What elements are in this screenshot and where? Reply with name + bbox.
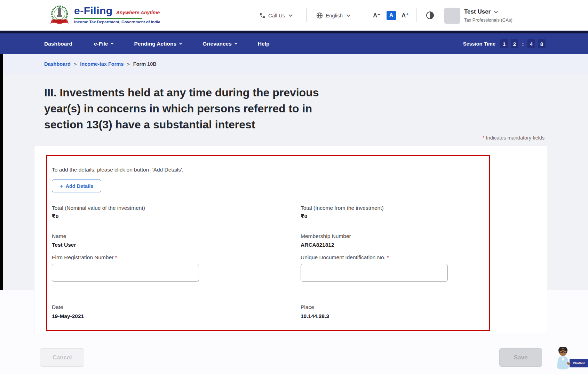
header-divider [364,8,364,22]
nav-item-efile[interactable]: e-File [94,41,112,47]
call-us-menu[interactable]: Call Us [259,0,292,31]
font-size-increase-button[interactable]: A⁺ [402,0,409,31]
add-details-label: Add Details [65,183,93,189]
name-label: Name [52,233,66,239]
brand-tagline: Anywhere Anytime [116,10,160,15]
main-navbar: Dashboard e-File Pending Actions Grievan… [0,33,588,54]
plus-icon: + [60,183,63,189]
font-size-normal-button[interactable]: A [387,0,396,31]
user-avatar[interactable] [444,8,460,24]
language-menu[interactable]: English [316,0,349,31]
save-button[interactable]: Save [499,348,542,367]
user-name: Test User [464,8,491,15]
language-label: English [326,13,343,18]
date-value: 19-May-2021 [52,313,84,319]
chevron-down-icon [347,13,350,17]
place-value: 10.144.28.3 [301,313,329,319]
session-timer: Session Time 1 2 : 4 8 [463,33,546,54]
header-divider [416,8,416,22]
nav-item-dashboard[interactable]: Dashboard [44,41,72,47]
chevron-down-icon [235,42,237,45]
membership-number-label: Membership Number [301,233,351,239]
chatbot-label: Chatbot [570,359,588,367]
user-menu[interactable]: Test User Tax Professionals (CAs) [464,8,512,23]
phone-icon [259,12,266,19]
chatbot-widget[interactable]: Chatbot [554,347,588,369]
total-nominal-label: Total (Nominal value of the investment) [52,205,145,211]
cancel-button[interactable]: Cancel [40,348,84,367]
total-income-value: ₹0 [301,213,307,220]
firm-registration-input[interactable] [52,264,199,282]
breadcrumb-income-tax-forms[interactable]: Income-tax Forms [80,61,124,67]
chevron-down-icon [494,9,498,13]
font-normal-label: A [387,11,396,20]
brand-block: e-Filing Anywhere Anytime Income Tax Dep… [74,5,160,24]
name-value: Test User [52,242,76,248]
udin-label: Unique Document Identification No.* [301,254,389,261]
font-decrease-label: A⁻ [373,12,380,19]
nav-item-grievances[interactable]: Grievances [202,41,236,47]
globe-icon [316,12,323,19]
nav-item-pending-actions[interactable]: Pending Actions [134,41,181,47]
breadcrumb: Dashboard > Income-tax Forms > Form 10B [44,61,157,67]
add-details-button[interactable]: + Add Details [52,180,101,192]
session-digit: 4 [527,39,535,48]
breadcrumb-separator: > [74,62,77,67]
place-label: Place [301,304,314,310]
brand-name: e-Filing [74,5,113,17]
required-asterisk: * [387,254,389,260]
nav-item-help[interactable]: Help [258,41,270,47]
session-digit: 2 [511,39,518,48]
efiling-portal-page: e-Filing Anywhere Anytime Income Tax Dep… [0,0,588,374]
mandatory-fields-note: * Indicates mandatory fields [483,135,545,141]
session-timer-label: Session Time [463,41,495,47]
chevron-down-icon [111,42,113,45]
membership-number-value: ARCA821812 [301,242,334,248]
total-nominal-value: ₹0 [52,213,58,220]
card-divider [52,294,538,294]
form-card [34,146,547,333]
date-label: Date [52,304,63,310]
add-details-instruction: To add the details, please click on butt… [52,167,183,173]
brand-subtitle: Income Tax Department, Government of Ind… [74,20,160,24]
contrast-toggle-icon[interactable] [426,11,434,19]
user-role: Tax Professionals (CAs) [464,17,512,23]
header-divider [306,8,307,22]
font-size-decrease-button[interactable]: A⁻ [373,0,380,31]
header-nav-separator [0,31,588,33]
brand-green-rule [74,18,142,19]
breadcrumb-separator: > [127,62,130,67]
top-header: e-Filing Anywhere Anytime Income Tax Dep… [0,0,588,31]
font-increase-label: A⁺ [402,12,409,19]
total-income-label: Total (Income from the investment) [301,205,384,211]
chevron-down-icon [179,42,182,45]
left-edge-artifact [0,54,3,290]
session-digit: 1 [500,39,508,48]
required-asterisk: * [115,254,117,260]
breadcrumb-form-10b: Form 10B [133,61,157,67]
firm-registration-label: Firm Registration Number* [52,254,117,261]
session-colon: : [521,39,525,48]
mandatory-asterisk: * [483,135,485,141]
chatbot-assistant-icon [554,347,572,369]
income-tax-dept-emblem-logo [48,4,71,27]
page-title: III. Investments held at any time during… [44,85,350,133]
breadcrumb-dashboard[interactable]: Dashboard [44,61,71,67]
chevron-down-icon [289,13,293,17]
call-us-label: Call Us [268,13,285,18]
session-digit: 8 [538,39,546,48]
udin-input[interactable] [301,264,448,282]
